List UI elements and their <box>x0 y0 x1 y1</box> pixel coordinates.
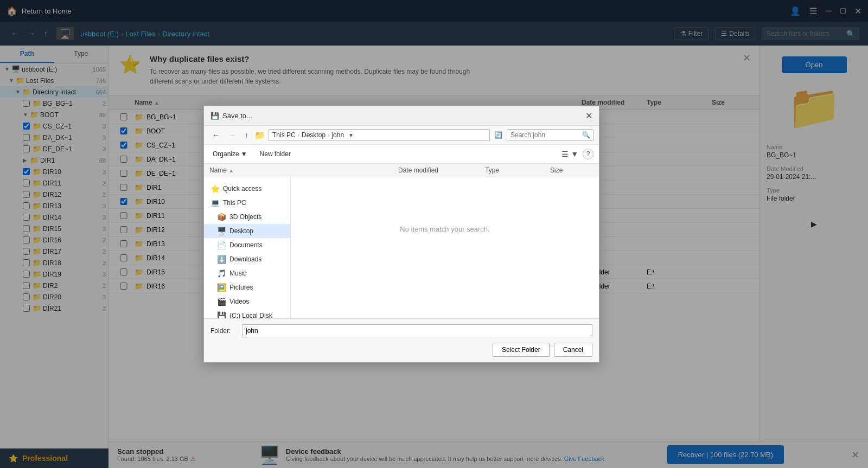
localdisk-icon: 💾 <box>217 311 226 318</box>
folder-row: Folder: <box>210 324 592 337</box>
3dobjects-icon: 📦 <box>217 213 226 221</box>
sidebar-localdisk[interactable]: 💾 (C:) Local Disk <box>204 309 290 318</box>
dialog-sidebar: ⭐ Quick access 💻 This PC 📦 3D Objects 🖥️… <box>204 177 291 318</box>
dialog-empty-text: No items match your search. <box>400 225 489 233</box>
sidebar-videos[interactable]: 🎬 Videos <box>204 294 290 309</box>
music-icon: 🎵 <box>217 269 226 278</box>
new-folder-btn[interactable]: New folder <box>255 148 296 160</box>
dialog-back-btn[interactable]: ← <box>209 130 222 140</box>
sidebar-documents[interactable]: 📄 Documents <box>204 238 290 252</box>
pictures-icon: 🖼️ <box>217 283 226 292</box>
sidebar-pictures[interactable]: 🖼️ Pictures <box>204 280 290 294</box>
cancel-btn[interactable]: Cancel <box>554 343 592 357</box>
dialog-help-btn[interactable]: ? <box>583 149 593 159</box>
sidebar-downloads[interactable]: ⬇️ Downloads <box>204 252 290 266</box>
dcol-sort-icon: ▲ <box>228 168 234 174</box>
sidebar-3dobjects[interactable]: 📦 3D Objects <box>204 210 290 224</box>
dcol-date[interactable]: Date modified <box>398 166 485 174</box>
dialog-content: No items match your search. <box>291 177 599 318</box>
quickaccess-icon: ⭐ <box>210 184 220 193</box>
dialog-body: ⭐ Quick access 💻 This PC 📦 3D Objects 🖥️… <box>204 177 599 318</box>
dialog-folder-nav-icon: 📁 <box>254 130 265 140</box>
dcol-size[interactable]: Size <box>550 166 593 174</box>
select-folder-btn[interactable]: Select Folder <box>493 343 550 357</box>
sidebar-quickaccess[interactable]: ⭐ Quick access <box>204 182 290 196</box>
dialog-search-input[interactable] <box>507 129 593 141</box>
organize-btn[interactable]: Organize ▼ <box>209 149 251 159</box>
dialog-view-btn[interactable]: ☰ ▼ <box>561 150 578 158</box>
organize-chevron-icon: ▼ <box>241 150 247 158</box>
save-icon: 💾 <box>210 112 219 120</box>
save-dialog: 💾 Save to... ✕ ← → ↑ 📁 This PC › Desktop… <box>203 106 599 363</box>
dialog-up-btn[interactable]: ↑ <box>242 130 251 140</box>
dialog-close-btn[interactable]: ✕ <box>585 111 592 121</box>
desktop-icon: 🖥️ <box>217 227 226 235</box>
path-refresh-btn[interactable]: 🔄 <box>493 130 503 140</box>
path-desktop[interactable]: Desktop <box>302 131 326 139</box>
path-john[interactable]: john <box>331 131 344 139</box>
dcol-type[interactable]: Type <box>485 166 550 174</box>
path-dropdown-btn[interactable]: ▼ <box>346 132 356 138</box>
documents-icon: 📄 <box>217 241 226 249</box>
sidebar-music[interactable]: 🎵 Music <box>204 266 290 280</box>
dialog-footer: Folder: Select Folder Cancel <box>204 318 599 362</box>
dialog-columns: Name ▲ Date modified Type Size <box>204 164 599 177</box>
downloads-icon: ⬇️ <box>217 255 226 264</box>
dialog-toolbar: ← → ↑ 📁 This PC › Desktop › john ▼ 🔄 🔍 <box>204 126 599 145</box>
dialog-search-wrap: 🔍 <box>507 129 593 141</box>
sidebar-thispc[interactable]: 💻 This PC <box>204 196 290 210</box>
dialog-actions: Organize ▼ New folder ☰ ▼ ? <box>204 145 599 164</box>
dialog-footer-btns: Select Folder Cancel <box>210 343 592 357</box>
sidebar-desktop[interactable]: 🖥️ Desktop <box>204 224 290 238</box>
videos-icon: 🎬 <box>217 297 226 306</box>
thispc-icon: 💻 <box>210 198 220 207</box>
path-thispc[interactable]: This PC <box>272 131 296 139</box>
folder-input[interactable] <box>242 324 592 337</box>
dialog-path[interactable]: This PC › Desktop › john ▼ <box>269 129 490 141</box>
dialog-title: 💾 Save to... <box>210 112 252 120</box>
dcol-name[interactable]: Name ▲ <box>209 166 398 174</box>
dialog-forward-btn[interactable]: → <box>226 130 239 140</box>
folder-label: Folder: <box>210 327 238 335</box>
dialog-titlebar: 💾 Save to... ✕ <box>204 106 599 126</box>
